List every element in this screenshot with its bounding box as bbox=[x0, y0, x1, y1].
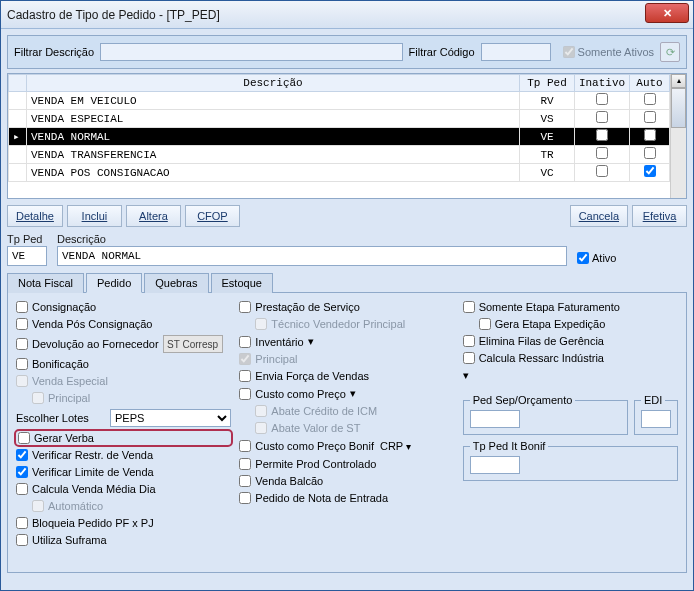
gera-exped-checkbox[interactable] bbox=[479, 318, 491, 330]
filter-cod-label: Filtrar Código bbox=[409, 46, 475, 58]
table-row[interactable]: ▸VENDA NORMALVE bbox=[9, 128, 670, 146]
venda-balcao-checkbox[interactable] bbox=[239, 475, 251, 487]
elim-filas-checkbox[interactable] bbox=[463, 335, 475, 347]
column-2: Prestação de Serviço Técnico Vendedor Pr… bbox=[239, 301, 454, 564]
venda-especial-label: Venda Especial bbox=[32, 375, 108, 387]
row-auto[interactable] bbox=[630, 146, 670, 164]
filter-desc-label: Filtrar Descrição bbox=[14, 46, 94, 58]
custo-preco-checkbox[interactable] bbox=[239, 388, 251, 400]
suframa-checkbox[interactable] bbox=[16, 534, 28, 546]
table-row[interactable]: VENDA EM VEICULORV bbox=[9, 92, 670, 110]
table-row[interactable]: VENDA ESPECIALVS bbox=[9, 110, 670, 128]
table-row[interactable]: VENDA POS CONSIGNACAOVC bbox=[9, 164, 670, 182]
row-auto[interactable] bbox=[630, 110, 670, 128]
row-indicator bbox=[9, 92, 27, 110]
etapa-fat-checkbox[interactable] bbox=[463, 301, 475, 313]
only-active-label: Somente Ativos bbox=[578, 46, 654, 58]
row-auto[interactable] bbox=[630, 92, 670, 110]
edi-legend: EDI bbox=[641, 394, 665, 406]
grid-header-auto[interactable]: Auto bbox=[630, 75, 670, 92]
ativo-checkbox[interactable] bbox=[577, 252, 589, 264]
row-tp: VS bbox=[520, 110, 575, 128]
custo-bonif-checkbox[interactable] bbox=[239, 440, 251, 452]
automatico-checkbox bbox=[32, 500, 44, 512]
cancela-button[interactable]: Cancela bbox=[570, 205, 628, 227]
action-bar: Detalhe Inclui Altera CFOP Cancela Efeti… bbox=[7, 205, 687, 227]
forca-vendas-checkbox[interactable] bbox=[239, 370, 251, 382]
efetiva-button[interactable]: Efetiva bbox=[632, 205, 687, 227]
grid-header-desc[interactable]: Descrição bbox=[27, 75, 520, 92]
desc-input[interactable] bbox=[57, 246, 567, 266]
venda-balcao-label: Venda Balcão bbox=[255, 475, 323, 487]
tab-pedido[interactable]: Pedido bbox=[86, 273, 142, 293]
inclui-button[interactable]: Inclui bbox=[67, 205, 122, 227]
filter-cod-input[interactable] bbox=[481, 43, 551, 61]
filter-bar: Filtrar Descrição Filtrar Código Somente… bbox=[7, 35, 687, 69]
gerar-verba-checkbox[interactable] bbox=[18, 432, 30, 444]
tab-estoque[interactable]: Estoque bbox=[211, 273, 273, 293]
row-inativo[interactable] bbox=[575, 92, 630, 110]
pos-consig-checkbox[interactable] bbox=[16, 318, 28, 330]
close-button[interactable]: ✕ bbox=[645, 3, 689, 23]
devolucao-label: Devolução ao Fornecedor bbox=[32, 338, 159, 350]
row-tp: RV bbox=[520, 92, 575, 110]
tab-nota-fiscal[interactable]: Nota Fiscal bbox=[7, 273, 84, 293]
st-corresp-button: ST Corresp bbox=[163, 335, 223, 353]
filter-desc-input[interactable] bbox=[100, 43, 402, 61]
row-auto[interactable] bbox=[630, 128, 670, 146]
row-indicator bbox=[9, 146, 27, 164]
grid-header-inativo[interactable]: Inativo bbox=[575, 75, 630, 92]
row-tp: VC bbox=[520, 164, 575, 182]
inventario-select: ▾ bbox=[308, 335, 388, 348]
prest-servico-checkbox[interactable] bbox=[239, 301, 251, 313]
etapa-fat-label: Somente Etapa Faturamento bbox=[479, 301, 620, 313]
verif-limite-checkbox[interactable] bbox=[16, 466, 28, 478]
row-auto[interactable] bbox=[630, 164, 670, 182]
prod-ctrl-checkbox[interactable] bbox=[239, 458, 251, 470]
calc-ressarc-label: Calcula Ressarc Indústria bbox=[479, 352, 604, 364]
custo-bonif-label: Custo como Preço Bonif bbox=[255, 440, 374, 452]
only-active-checkbox bbox=[563, 46, 575, 58]
devolucao-checkbox[interactable] bbox=[16, 338, 28, 350]
tp-bonif-input[interactable] bbox=[470, 456, 520, 474]
calc-media-checkbox[interactable] bbox=[16, 483, 28, 495]
row-inativo[interactable] bbox=[575, 128, 630, 146]
refresh-button[interactable]: ⟳ bbox=[660, 42, 680, 62]
calc-ressarc-checkbox[interactable] bbox=[463, 352, 475, 364]
table-row[interactable]: VENDA TRANSFERENCIATR bbox=[9, 146, 670, 164]
bonificacao-checkbox[interactable] bbox=[16, 358, 28, 370]
elim-filas-label: Elimina Filas de Gerência bbox=[479, 335, 604, 347]
row-inativo[interactable] bbox=[575, 110, 630, 128]
prest-servico-label: Prestação de Serviço bbox=[255, 301, 360, 313]
abate-st-label: Abate Valor de ST bbox=[271, 422, 360, 434]
tab-quebras[interactable]: Quebras bbox=[144, 273, 208, 293]
consignacao-checkbox[interactable] bbox=[16, 301, 28, 313]
suframa-label: Utiliza Suframa bbox=[32, 534, 107, 546]
edi-input[interactable] bbox=[641, 410, 671, 428]
row-inativo[interactable] bbox=[575, 146, 630, 164]
nota-entrada-label: Pedido de Nota de Entrada bbox=[255, 492, 388, 504]
grid-header-indicator bbox=[9, 75, 27, 92]
escolher-lotes-select[interactable]: PEPS bbox=[110, 409, 231, 427]
altera-button[interactable]: Altera bbox=[126, 205, 181, 227]
grid-header-tp[interactable]: Tp Ped bbox=[520, 75, 575, 92]
grid-scrollbar[interactable]: ▴ bbox=[670, 74, 686, 198]
tp-ped-input[interactable] bbox=[7, 246, 47, 266]
forca-vendas-label: Envia Força de Vendas bbox=[255, 370, 369, 382]
ped-sep-input[interactable] bbox=[470, 410, 520, 428]
tp-bonif-frame: Tp Ped It Bonif bbox=[463, 440, 678, 481]
row-inativo[interactable] bbox=[575, 164, 630, 182]
detalhe-button[interactable]: Detalhe bbox=[7, 205, 63, 227]
nota-entrada-checkbox[interactable] bbox=[239, 492, 251, 504]
automatico-label: Automático bbox=[48, 500, 103, 512]
scroll-up-button[interactable]: ▴ bbox=[671, 74, 686, 88]
principal-ve-label: Principal bbox=[48, 392, 90, 404]
cfop-button[interactable]: CFOP bbox=[185, 205, 240, 227]
inventario-checkbox[interactable] bbox=[239, 336, 251, 348]
row-tp: VE bbox=[520, 128, 575, 146]
row-tp: TR bbox=[520, 146, 575, 164]
verif-restr-checkbox[interactable] bbox=[16, 449, 28, 461]
bloq-pf-pj-checkbox[interactable] bbox=[16, 517, 28, 529]
row-indicator bbox=[9, 164, 27, 182]
scroll-thumb[interactable] bbox=[671, 88, 686, 128]
